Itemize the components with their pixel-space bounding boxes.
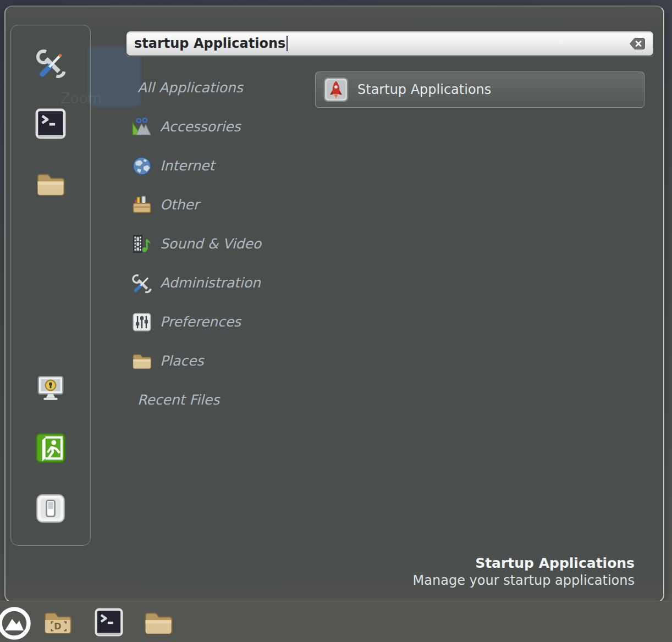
startup-applications-icon-slot: [323, 77, 349, 102]
lock-screen-icon: [35, 372, 66, 403]
mint-logo-icon: [0, 606, 32, 641]
sidebar-item-files[interactable]: [35, 168, 67, 200]
category-label: Recent Files: [137, 392, 219, 408]
clear-backspace-icon: [629, 37, 646, 50]
sound-video-icon: [131, 234, 152, 254]
sidebar-item-system-tools[interactable]: [35, 47, 67, 79]
category-administration[interactable]: Administration: [131, 263, 318, 302]
search-results: Startup Applications: [315, 71, 645, 108]
folder-d-icon: D: [42, 607, 74, 638]
category-other[interactable]: Other: [131, 185, 318, 224]
category-label: Places: [160, 353, 204, 369]
places-folder-icon-slot: [131, 350, 153, 372]
internet-globe-icon: [131, 156, 152, 176]
desktop: Zoom: [0, 0, 672, 642]
administration-icon-slot: [131, 272, 153, 294]
tools-icon: [35, 48, 66, 79]
toolbox-icon: [131, 195, 152, 215]
preferences-icon-slot: [131, 311, 153, 333]
svg-text:D: D: [54, 621, 61, 632]
category-internet[interactable]: Internet: [131, 146, 318, 185]
taskbar-item-files-launcher[interactable]: [142, 607, 175, 638]
logout-icon: [35, 433, 66, 463]
preferences-icon: [131, 312, 152, 333]
category-preferences[interactable]: Preferences: [131, 302, 318, 341]
toolbox-icon-slot: [131, 194, 153, 216]
clear-search-button[interactable]: [629, 37, 646, 50]
text-caret: [287, 36, 288, 51]
mint-menu-panel: Zoom: [4, 5, 664, 602]
search-input[interactable]: startup Applications: [125, 30, 654, 57]
category-list: All Applications Accessories Internet Ot…: [131, 68, 318, 419]
category-accessories[interactable]: Accessories: [131, 107, 318, 146]
category-label: Other: [160, 197, 199, 213]
category-sound-video[interactable]: Sound & Video: [131, 224, 318, 263]
places-folder-icon: [131, 351, 152, 372]
startup-applications-icon: [323, 77, 349, 102]
accessories-icon: [131, 117, 152, 137]
accessories-icon-slot: [131, 116, 153, 138]
sidebar-item-quit[interactable]: [35, 492, 67, 524]
selection-title: Startup Applications: [413, 555, 635, 572]
selection-info: Startup Applications Manage your startup…: [413, 555, 635, 589]
category-label: Administration: [160, 275, 261, 291]
folder-icon: [35, 169, 66, 200]
category-label: Sound & Video: [160, 236, 261, 252]
folder-icon: [142, 607, 175, 638]
taskbar-item-desktop-folder[interactable]: D: [42, 607, 74, 638]
category-label: Accessories: [160, 119, 241, 135]
category-all-applications[interactable]: All Applications: [131, 68, 318, 107]
internet-globe-icon-slot: [131, 155, 153, 177]
taskbar-item-menu-button[interactable]: [0, 606, 32, 641]
category-label: Internet: [160, 158, 214, 174]
terminal-icon: [95, 608, 123, 637]
sidebar: [10, 25, 91, 546]
result-startup-applications[interactable]: Startup Applications: [315, 71, 645, 108]
category-places[interactable]: Places: [131, 341, 318, 380]
sidebar-top-group: [11, 47, 90, 200]
sound-video-icon-slot: [131, 233, 153, 255]
category-label: Preferences: [160, 314, 241, 330]
search-value: startup Applications: [134, 36, 285, 51]
result-label: Startup Applications: [357, 82, 491, 97]
sidebar-bottom-group: [11, 372, 90, 524]
taskbar: D: [0, 601, 672, 642]
category-recent-files[interactable]: Recent Files: [131, 380, 318, 419]
selection-subtitle: Manage your startup applications: [413, 572, 635, 589]
category-label: All Applications: [137, 80, 243, 96]
sidebar-item-logout[interactable]: [35, 432, 67, 464]
sidebar-item-terminal[interactable]: [35, 108, 67, 140]
administration-icon: [131, 273, 152, 294]
sidebar-item-lock-screen[interactable]: [35, 372, 67, 403]
terminal-icon: [35, 108, 66, 139]
shutdown-switch-icon: [35, 493, 66, 524]
taskbar-item-terminal-launcher[interactable]: [95, 608, 123, 637]
